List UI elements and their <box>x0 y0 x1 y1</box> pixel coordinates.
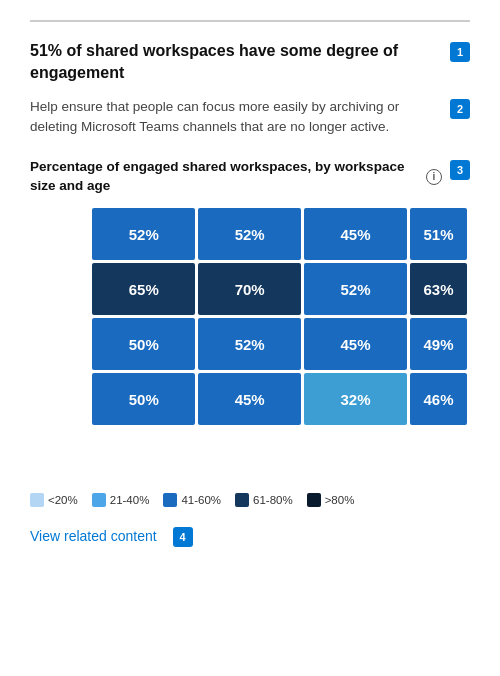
col-header-empty <box>33 428 89 480</box>
badge-2: 2 <box>450 99 470 119</box>
view-related-content-link[interactable]: View related content <box>30 528 157 544</box>
cell: 52% <box>198 208 301 260</box>
cell: 45% <box>304 318 407 370</box>
cell: 65% <box>92 263 195 315</box>
cell: 52% <box>304 263 407 315</box>
legend-label-lt20: <20% <box>48 494 78 506</box>
col-header-12plus: >12months <box>304 428 407 480</box>
cell: 45% <box>304 208 407 260</box>
section2-description: Help ensure that people can focus more e… <box>30 97 442 138</box>
table-row: 11-100people 50% 52% 45% 49% <box>33 318 467 370</box>
legend-label-21-40: 21-40% <box>110 494 150 506</box>
cell: 63% <box>410 263 467 315</box>
badge-1: 1 <box>450 42 470 62</box>
cell: 32% <box>304 373 407 425</box>
table-row: >100people 65% 70% 52% 63% <box>33 263 467 315</box>
legend-label-gt80: >80% <box>325 494 355 506</box>
cell: 49% <box>410 318 467 370</box>
view-related-content-label: View related content <box>30 528 157 544</box>
row-label-all: All <box>33 208 89 260</box>
legend-box-lt20 <box>30 493 44 507</box>
row-label-2-10: 2-10people <box>33 373 89 425</box>
legend-label-41-60: 41-60% <box>181 494 221 506</box>
badge-3: 3 <box>450 160 470 180</box>
section2-row: Help ensure that people can focus more e… <box>30 97 470 138</box>
cell: 51% <box>410 208 467 260</box>
cell: 50% <box>92 373 195 425</box>
legend-box-61-80 <box>235 493 249 507</box>
row-label-100plus: >100people <box>33 263 89 315</box>
cell: 52% <box>92 208 195 260</box>
legend: <20% 21-40% 41-60% 61-80% >80% <box>30 493 470 507</box>
section1-row: 51% of shared workspaces have some degre… <box>30 40 470 83</box>
chart-title-row: Percentage of engaged shared workspaces,… <box>30 158 470 196</box>
legend-item-61-80: 61-80% <box>235 493 293 507</box>
legend-item-gt80: >80% <box>307 493 355 507</box>
col-header-all: All <box>410 428 467 480</box>
top-divider <box>30 20 470 22</box>
legend-box-gt80 <box>307 493 321 507</box>
cell: 50% <box>92 318 195 370</box>
legend-label-61-80: 61-80% <box>253 494 293 506</box>
legend-item-41-60: 41-60% <box>163 493 221 507</box>
table-row: 2-10people 50% 45% 32% 46% <box>33 373 467 425</box>
cell: 45% <box>198 373 301 425</box>
cell: 46% <box>410 373 467 425</box>
info-icon[interactable]: i <box>426 169 442 185</box>
view-link-row: View related content 4 <box>30 525 470 547</box>
cell: 70% <box>198 263 301 315</box>
col-header-4-12mo: 4-12months <box>198 428 301 480</box>
page-container: 51% of shared workspaces have some degre… <box>0 0 500 567</box>
legend-box-21-40 <box>92 493 106 507</box>
col-header-3mo: < 3months <box>92 428 195 480</box>
legend-box-41-60 <box>163 493 177 507</box>
badge-4: 4 <box>173 527 193 547</box>
heatmap-table: All 52% 52% 45% 51% >100people 65% 70% 5… <box>30 205 470 483</box>
row-label-11-100: 11-100people <box>33 318 89 370</box>
section1-title: 51% of shared workspaces have some degre… <box>30 40 442 83</box>
legend-item-21-40: 21-40% <box>92 493 150 507</box>
table-row: All 52% 52% 45% 51% <box>33 208 467 260</box>
chart-title-text: Percentage of engaged shared workspaces,… <box>30 158 442 196</box>
cell: 52% <box>198 318 301 370</box>
col-headers-row: < 3months 4-12months >12months All <box>33 428 467 480</box>
heatmap-wrapper: All 52% 52% 45% 51% >100people 65% 70% 5… <box>30 205 470 483</box>
legend-item-lt20: <20% <box>30 493 78 507</box>
